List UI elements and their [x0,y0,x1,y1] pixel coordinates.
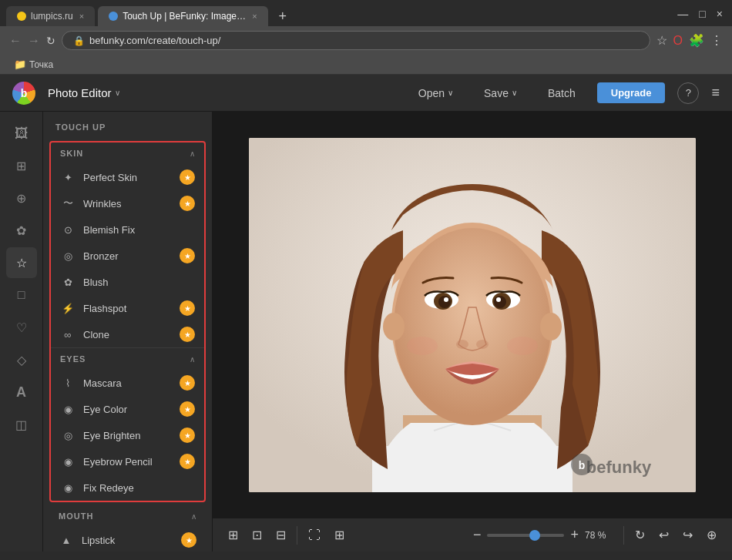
bronzer-item[interactable]: ◎ Bronzer ★ [51,243,204,269]
title-text: Photo Editor [48,86,112,99]
lock-icon: 🔒 [73,35,85,46]
redo-button[interactable]: ↪ [680,525,696,545]
svg-point-17 [496,297,501,302]
separator-2 [623,526,624,545]
title-dropdown-arrow: ∨ [115,89,120,97]
rail-shape-icon[interactable]: ◇ [6,344,37,375]
rail-overlay-icon[interactable]: ♡ [6,312,37,343]
wrinkles-item[interactable]: 〜 Wrinkles ★ [51,190,204,216]
eyes-section-header[interactable]: EYES ∧ [51,347,204,370]
rail-crop-icon[interactable]: ⊞ [6,150,37,181]
rotate-cw-button[interactable]: ↻ [632,525,648,545]
open-button[interactable]: Open ∨ [409,84,462,102]
blush-label: Blush [83,277,195,288]
clone-item[interactable]: ∞ Clone ★ [51,321,204,347]
fit-button[interactable]: ⛶ [305,525,324,545]
flashspot-item[interactable]: ⚡ Flashspot ★ [51,295,204,321]
svg-point-8 [383,313,405,340]
zoom-level-text: 78 % [585,530,616,541]
eye-color-star-badge: ★ [180,401,195,417]
zoom-slider[interactable] [487,534,564,537]
zoom-minus-button[interactable]: − [473,527,482,543]
eyes-section: EYES ∧ ⌇ Mascara ★ ◉ Eye Color ★ ◎ [51,347,204,501]
rail-erase-icon[interactable]: ◫ [6,409,37,440]
actual-size-button[interactable]: ⊞ [331,525,348,545]
eye-brighten-label: Eye Brighten [83,430,172,441]
extensions-icon[interactable]: 🧩 [689,33,704,48]
app-body: 🖼 ⊞ ⊕ ✿ ☆ □ ♡ ◇ A ◫ TOUCH UP SKIN ∧ [0,112,732,552]
eyebrow-pencil-label: Eyebrow Pencil [83,456,172,468]
perfect-skin-label: Perfect Skin [83,172,172,183]
rail-touchup-icon[interactable]: ☆ [6,247,37,278]
history-button[interactable]: ⊡ [249,525,265,545]
download-button[interactable]: ⊕ [703,525,720,545]
svg-point-19 [476,340,489,349]
flashspot-label: Flashspot [83,303,172,314]
svg-point-18 [456,340,468,349]
rail-text-icon[interactable]: □ [6,280,37,310]
bookmark-item[interactable]: 📁 Точка [9,57,58,72]
mouth-chevron-icon: ∧ [191,512,196,521]
fullscreen-button[interactable]: ⊟ [273,525,289,545]
lipstick-label: Lipstick [82,535,173,546]
help-button[interactable]: ? [677,82,699,104]
forward-button[interactable]: → [28,34,40,48]
app-header: b Photo Editor ∨ Open ∨ Save ∨ Batch Upg… [0,75,732,112]
zoom-thumb[interactable] [529,530,540,541]
skin-chevron-icon: ∧ [190,149,195,158]
sidebar-panel: TOUCH UP SKIN ∧ ✦ Perfect Skin ★ [43,112,213,552]
tab-bar: lumpics.ru × Touch Up | BeFunky: Image R… [0,0,732,26]
canvas-area: befunky b ⊞ ⊡ ⊟ ⛶ ⊞ − [213,112,732,552]
maximize-button[interactable]: □ [699,8,705,20]
rail-adjust-icon[interactable]: ⊕ [6,183,37,213]
fix-redeye-item[interactable]: ◉ Fix Redeye [51,474,204,501]
blush-item[interactable]: ✿ Blush [51,269,204,295]
save-button[interactable]: Save ∨ [475,84,526,102]
browser-menu-icon[interactable]: ⋮ [710,33,723,48]
perfect-skin-icon: ✦ [60,169,76,185]
reload-button[interactable]: ↻ [46,35,55,47]
opera-icon[interactable]: O [673,34,683,48]
eyes-chevron-icon: ∧ [190,355,195,364]
zoom-control: − + 78 % [473,527,616,543]
rail-photo-icon[interactable]: 🖼 [6,118,37,149]
rail-font-icon[interactable]: A [6,377,37,407]
blemish-fix-item[interactable]: ⊙ Blemish Fix [51,216,204,243]
highlighted-section: SKIN ∧ ✦ Perfect Skin ★ 〜 Wrinkles ★ [49,141,206,502]
blush-icon: ✿ [60,274,76,290]
minimize-button[interactable]: — [677,8,688,20]
upgrade-button[interactable]: Upgrade [597,82,666,103]
batch-button[interactable]: Batch [539,84,585,102]
perfect-skin-star-badge: ★ [180,169,195,185]
tab-inactive[interactable]: lumpics.ru × [6,6,95,26]
eye-color-item[interactable]: ◉ Eye Color ★ [51,396,204,422]
wrinkles-star-badge: ★ [180,196,195,211]
eyebrow-pencil-item[interactable]: ◉ Eyebrow Pencil ★ [51,448,204,474]
mouth-section-header[interactable]: MOUTH ∧ [49,505,206,527]
eyebrow-pencil-icon: ◉ [60,454,76,469]
canvas-main: befunky b [213,112,732,518]
perfect-skin-item[interactable]: ✦ Perfect Skin ★ [51,164,204,190]
lipstick-icon: ▲ [59,532,74,548]
skin-section-header[interactable]: SKIN ∧ [51,143,204,164]
back-button[interactable]: ← [9,34,22,48]
app: b Photo Editor ∨ Open ∨ Save ∨ Batch Upg… [0,75,732,552]
close-window-button[interactable]: × [717,8,723,20]
bookmark-icon[interactable]: ☆ [656,33,667,48]
rail-effects-icon[interactable]: ✿ [6,215,37,246]
address-bar[interactable]: 🔒 befunky.com/create/touch-up/ [62,31,650,50]
mascara-item[interactable]: ⌇ Mascara ★ [51,370,204,396]
lipstick-item[interactable]: ▲ Lipstick ★ [49,527,206,552]
svg-point-16 [494,296,506,308]
undo-button[interactable]: ↩ [656,525,672,545]
photo-editor-title[interactable]: Photo Editor ∨ [48,86,120,99]
mascara-star-badge: ★ [180,375,195,391]
bronzer-star-badge: ★ [180,248,195,263]
new-tab-button[interactable]: + [274,8,292,25]
tab-active[interactable]: Touch Up | BeFunky: Image Reto... × [98,6,267,26]
eye-brighten-item[interactable]: ◎ Eye Brighten ★ [51,422,204,448]
hamburger-menu-button[interactable]: ≡ [711,85,720,101]
layers-button[interactable]: ⊞ [225,525,241,545]
zoom-plus-button[interactable]: + [570,527,579,543]
flashspot-star-badge: ★ [180,300,195,316]
